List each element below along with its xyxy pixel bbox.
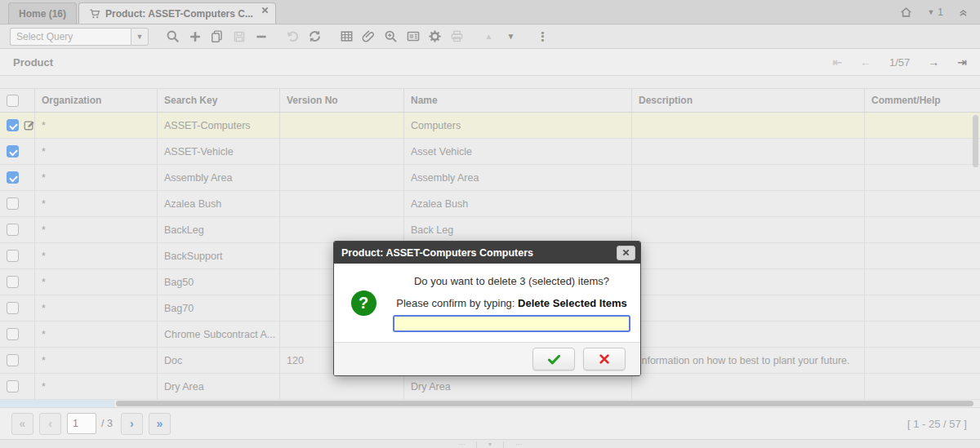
row-checkbox[interactable] [7, 250, 19, 262]
table-row[interactable]: * ASSET-Computers Computers [0, 113, 980, 139]
title-bar: Product ⇤ ← 1/57 → ⇥ [0, 49, 980, 76]
confirm-cancel-button[interactable] [583, 348, 626, 370]
tab-product[interactable]: Product: ASSET-Computers C... [78, 2, 276, 24]
col-search-key[interactable]: Search Key [157, 89, 279, 112]
table-row[interactable]: * Assembly Area Assembly Area [0, 165, 980, 191]
process-gear-icon[interactable] [424, 26, 446, 47]
cell-search-key: ASSET-Computers [157, 113, 279, 138]
cell-search-key: Azalea Bush [157, 191, 279, 216]
row-checkbox[interactable] [7, 276, 19, 288]
col-version-no[interactable]: Version No [279, 89, 403, 112]
undo-icon [282, 26, 304, 47]
vertical-scrollbar[interactable] [973, 113, 978, 400]
cell-comment-help [864, 322, 980, 347]
row-checkbox[interactable] [7, 328, 19, 340]
edit-record-icon[interactable] [23, 119, 34, 131]
confirm-text-input[interactable] [393, 315, 630, 332]
report-icon[interactable] [402, 26, 424, 47]
cell-organization: * [34, 217, 157, 242]
dialog-close-button[interactable] [617, 246, 635, 260]
next-page-button[interactable]: › [121, 413, 143, 435]
row-select-cell [0, 165, 34, 190]
question-icon: ? [351, 291, 376, 316]
previous-record-icon: ← [860, 56, 871, 68]
more-options-icon[interactable]: ⋮ [532, 26, 554, 47]
cell-comment-help [864, 139, 980, 164]
tab-home[interactable]: Home (16) [8, 2, 77, 24]
collapse-header-icon[interactable] [958, 7, 969, 18]
cell-search-key: BackLeg [157, 217, 279, 242]
refresh-icon[interactable] [304, 26, 326, 47]
first-record-icon: ⇤ [832, 56, 842, 68]
cell-version-no [279, 217, 403, 242]
row-select-cell [0, 269, 34, 295]
cell-description [631, 165, 864, 190]
horizontal-scrollbar[interactable] [0, 400, 980, 407]
paging-bar: « ‹ / 3 › » [ 1 - 25 / 57 ] [0, 407, 980, 439]
row-checkbox[interactable] [7, 380, 19, 393]
confirm-ok-button[interactable] [532, 348, 575, 370]
cell-description: Information on how to best to plant your… [631, 348, 864, 373]
header-right-controls: ▼ 1 [900, 0, 969, 24]
new-record-icon[interactable] [184, 26, 206, 47]
copy-record-icon[interactable] [206, 26, 228, 47]
zoom-icon[interactable] [380, 26, 402, 47]
col-comment-help[interactable]: Comment/Help [864, 89, 980, 112]
grid-toggle-icon[interactable] [336, 26, 358, 47]
table-row[interactable]: * Azalea Bush Azalea Bush [0, 191, 980, 217]
select-query-input[interactable] [10, 28, 131, 46]
cell-search-key: Bag50 [157, 269, 279, 295]
frozen-column-area [0, 400, 114, 407]
search-icon[interactable] [162, 26, 184, 47]
table-row[interactable]: * BackLeg Back Leg [0, 217, 980, 243]
row-checkbox[interactable] [7, 145, 19, 157]
desktop-count: 1 [938, 7, 943, 18]
cell-search-key: Dry Area [157, 374, 279, 399]
south-splitter[interactable]: ⋯ ▾ ⋯ [0, 439, 980, 448]
row-select-cell [0, 374, 34, 399]
cell-comment-help [864, 243, 980, 268]
page-number-input[interactable] [67, 413, 96, 434]
attachment-icon[interactable] [358, 26, 380, 47]
col-description[interactable]: Description [631, 89, 864, 112]
row-select-cell [0, 113, 34, 138]
select-all-checkbox[interactable] [7, 95, 19, 107]
row-checkbox[interactable] [7, 197, 19, 210]
row-checkbox[interactable] [7, 224, 19, 236]
expand-down-icon[interactable]: ▼ [500, 26, 522, 47]
cell-comment-help [864, 217, 980, 242]
row-select-cell [0, 322, 34, 347]
cell-version-no [279, 374, 403, 399]
last-page-button[interactable]: » [149, 413, 171, 435]
select-query-combo: ▼ [10, 28, 149, 46]
cell-search-key: Assembly Area [157, 165, 279, 190]
col-name[interactable]: Name [403, 89, 631, 112]
row-checkbox[interactable] [7, 354, 19, 366]
row-checkbox[interactable] [7, 119, 19, 131]
cell-organization: * [34, 269, 157, 295]
delete-icon[interactable] [250, 26, 272, 47]
select-all-cell [0, 89, 34, 112]
dialog-message: Do you want to delete 3 (selected) items… [414, 275, 609, 287]
cell-organization: * [34, 113, 157, 138]
dialog-title-bar[interactable]: Product: ASSET-Computers Computers [334, 242, 640, 264]
next-record-icon[interactable]: → [928, 56, 939, 68]
record-range-label: [ 1 - 25 / 57 ] [907, 418, 967, 430]
row-checkbox[interactable] [7, 171, 19, 184]
first-page-button: « [11, 413, 33, 435]
tab-product-label: Product: ASSET-Computers C... [105, 8, 253, 20]
horizontal-scroll-thumb[interactable] [116, 401, 973, 406]
combobox-arrow-icon[interactable]: ▼ [131, 28, 149, 46]
cell-organization: * [34, 243, 157, 268]
dialog-body: ? Do you want to delete 3 (selected) ite… [334, 264, 640, 342]
tab-close-icon[interactable] [261, 7, 269, 14]
row-checkbox[interactable] [7, 302, 19, 314]
last-record-icon[interactable]: ⇥ [957, 56, 967, 68]
table-row[interactable]: * ASSET-Vehicle Asset Vehicle [0, 139, 980, 165]
table-row[interactable]: * Dry Area Dry Area [0, 374, 980, 400]
cell-description [631, 139, 864, 164]
splitter-dots-icon: ⋯ [447, 441, 476, 448]
desktop-selector[interactable]: ▼ 1 [927, 7, 943, 18]
home-icon[interactable] [900, 7, 912, 18]
col-organization[interactable]: Organization [34, 89, 157, 112]
